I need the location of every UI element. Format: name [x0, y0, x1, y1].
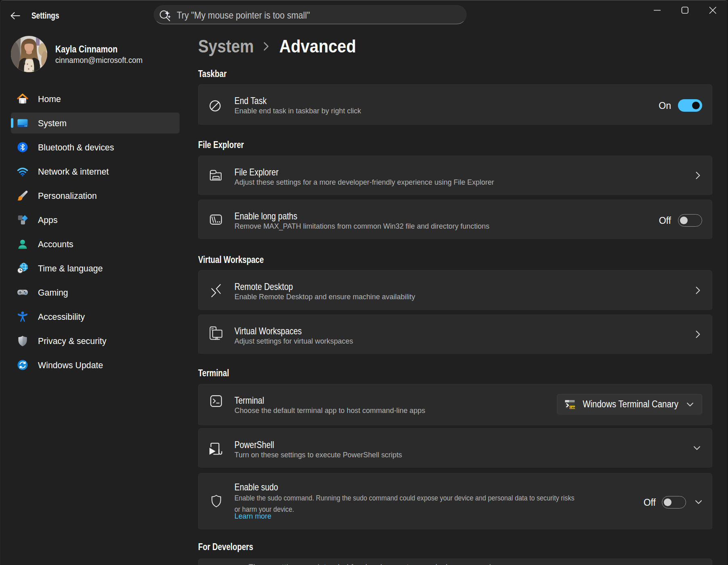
- svg-text:CAN: CAN: [569, 406, 575, 409]
